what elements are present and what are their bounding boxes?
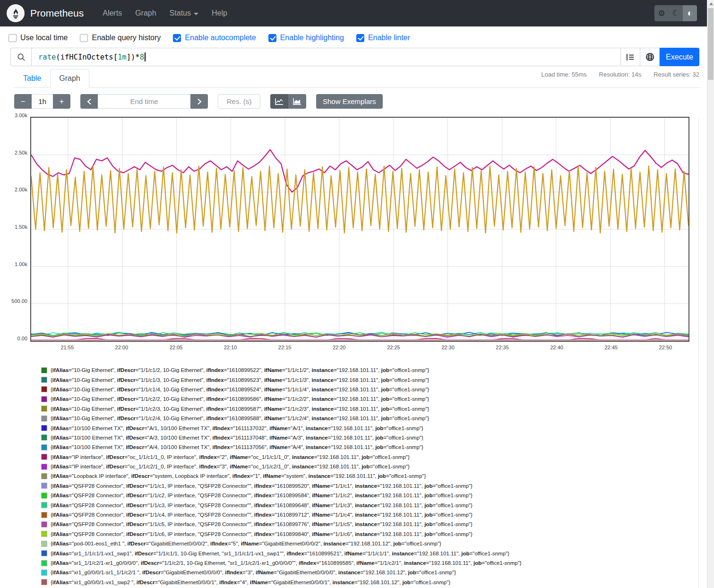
increase-range-button[interactable]: + — [53, 94, 70, 109]
series-color-swatch — [42, 445, 47, 450]
tab-table[interactable]: Table — [14, 69, 50, 88]
checkbox-use-local-time[interactable]: Use local time — [9, 34, 68, 42]
series-color-swatch — [42, 368, 47, 373]
graph-plot[interactable] — [30, 117, 689, 342]
scrollbar-up-arrow[interactable] — [709, 2, 713, 5]
contrast-icon[interactable]: ◐ — [683, 5, 697, 21]
checkbox-icon[interactable] — [268, 34, 276, 42]
nav-link-help[interactable]: Help — [206, 5, 233, 21]
range-input[interactable] — [32, 94, 53, 109]
legend-item[interactable]: {ifAlias="QSFP28 Connector", ifDescr="1/… — [42, 500, 714, 510]
series-labels-text: {ifAlias="10/100 Ethernet TX", ifDescr="… — [51, 435, 423, 441]
checkbox-enable-autocomplete[interactable]: Enable autocomplete — [173, 34, 256, 42]
text-cursor — [145, 52, 146, 61]
legend-item[interactable]: {ifAlias="xr1_g0/0/0/1-sr1_1/1/c2/1 ", i… — [42, 568, 714, 577]
duration-control: − + — [14, 94, 70, 109]
settings-gear-icon[interactable]: ⚙ — [654, 5, 669, 21]
checkbox-icon[interactable] — [173, 34, 181, 42]
legend-item[interactable]: {ifAlias="10-Gig Ethernet", ifDescr="1/1… — [42, 394, 714, 404]
legend-item[interactable]: {ifAlias="10-Gig Ethernet", ifDescr="1/1… — [42, 404, 714, 414]
legend-item[interactable]: {ifAlias="10/100 Ethernet TX", ifDescr="… — [42, 423, 714, 432]
legend-item[interactable]: {ifAlias="sr1_1/1/c1/1-vx1_swp1", ifDesc… — [42, 548, 714, 558]
nav-link-alerts[interactable]: Alerts — [97, 5, 128, 21]
series-labels-text: {ifAlias="10-Gig Ethernet", ifDescr="1/1… — [51, 367, 429, 373]
series-color-swatch — [42, 512, 47, 518]
forward-in-time-button[interactable] — [190, 94, 208, 109]
series-labels-text: {ifAlias="10-Gig Ethernet", ifDescr="1/1… — [51, 377, 429, 383]
series-color-swatch — [42, 464, 47, 469]
nav-link-status-dropdown[interactable]: Status — [164, 5, 204, 21]
dark-mode-moon-icon[interactable]: ☾ — [669, 5, 683, 21]
series-labels-text: {ifAlias="IP interface", ifDescr="oc_1/1… — [51, 454, 410, 460]
back-in-time-button[interactable] — [80, 94, 98, 109]
series-labels-text: {ifAlias="10-Gig Ethernet", ifDescr="1/1… — [51, 387, 429, 392]
series-color-swatch — [42, 397, 47, 402]
checkbox-enable-query-history[interactable]: Enable query history — [80, 34, 161, 42]
query-expression-input[interactable]: rate(ifHCInOctets[1m])*8 — [31, 48, 621, 66]
tab-graph[interactable]: Graph — [50, 69, 89, 88]
legend-item[interactable]: {ifAlias="10-Gig Ethernet", ifDescr="1/1… — [42, 375, 714, 384]
brand-link[interactable]: Prometheus — [7, 4, 84, 22]
legend-item[interactable]: {ifAlias="QSFP28 Connector", ifDescr="1/… — [42, 491, 714, 500]
x-tick-label: 22:45 — [605, 345, 618, 350]
legend-item[interactable]: {ifAlias="10-Gig Ethernet", ifDescr="1/1… — [42, 365, 714, 375]
checkbox-icon[interactable] — [9, 34, 17, 42]
series-color-swatch — [42, 502, 47, 508]
checkbox-enable-linter[interactable]: Enable linter — [356, 34, 410, 42]
legend-item[interactable]: {ifAlias="IP interface", ifDescr="oc_1/1… — [42, 462, 714, 471]
legend-item[interactable]: {ifAlias="xr1_g0/0/0/1-vx1_swp2 ", ifDes… — [42, 578, 714, 587]
metrics-explorer-button[interactable] — [621, 48, 640, 66]
legend-item[interactable]: {ifAlias="10-Gig Ethernet", ifDescr="1/1… — [42, 414, 714, 423]
legend-item[interactable]: {ifAlias="10/100 Ethernet TX", ifDescr="… — [42, 442, 714, 452]
nav-link-graph[interactable]: Graph — [129, 5, 162, 21]
globe-icon-button[interactable] — [640, 48, 660, 66]
y-tick-label: 3.00k — [15, 112, 27, 118]
y-tick-label: 500.00 — [11, 298, 27, 304]
legend-item[interactable]: {ifAlias="Loopback IP interface", ifDesc… — [42, 471, 714, 481]
resolution-input[interactable] — [218, 94, 260, 109]
graph-canvas — [31, 118, 688, 341]
x-tick-label: 22:50 — [659, 345, 672, 350]
x-tick-label: 22:25 — [387, 345, 400, 350]
panel-border — [698, 118, 699, 588]
series-labels-text: {ifAlias="10-Gig Ethernet", ifDescr="1/1… — [51, 406, 429, 412]
legend-item[interactable]: {ifAlias="QSFP28 Connector", ifDescr="1/… — [42, 481, 714, 491]
series-labels-text: {ifAlias="10-Gig Ethernet", ifDescr="1/1… — [51, 415, 429, 421]
checkbox-enable-highlighting[interactable]: Enable highlighting — [268, 34, 344, 42]
end-time-input[interactable] — [98, 94, 190, 109]
series-labels-text: {ifAlias="QSFP28 Connector", ifDescr="1/… — [51, 521, 473, 527]
show-exemplars-button[interactable]: Show Exemplars — [316, 94, 383, 109]
legend-item[interactable]: {ifAlias="10/100 Ethernet TX", ifDescr="… — [42, 433, 714, 442]
legend-item[interactable]: {ifAlias="pod-001-eos1_eth1 ", ifDescr="… — [42, 539, 714, 548]
y-tick-label: 2.00k — [15, 187, 27, 192]
y-tick-label: 1.50k — [15, 224, 27, 230]
vertical-scrollbar[interactable] — [707, 0, 714, 588]
series-color-swatch — [42, 579, 47, 585]
checkbox-icon[interactable] — [80, 34, 88, 42]
x-tick-label: 22:40 — [550, 345, 563, 350]
series-labels-text: {ifAlias="sr1_1/1/c1/1-vx1_swp1", ifDesc… — [51, 551, 509, 556]
legend-item[interactable]: {ifAlias="10-Gig Ethernet", ifDescr="1/1… — [42, 385, 714, 394]
series-labels-text: {ifAlias="sr1_1/1/c2/1-xr1_g0/0/0/0", if… — [51, 560, 522, 566]
legend-item[interactable]: {ifAlias="QSFP28 Connector", ifDescr="1/… — [42, 529, 714, 539]
legend-item[interactable]: {ifAlias="QSFP28 Connector", ifDescr="1/… — [42, 519, 714, 529]
series-color-swatch — [42, 493, 47, 498]
chevron-down-icon — [194, 13, 198, 15]
query-expression-text: rate(ifHCInOctets[1m])*8 — [38, 53, 144, 61]
series-legend: {ifAlias="10-Gig Ethernet", ifDescr="1/1… — [42, 365, 714, 587]
navbar: Prometheus Alerts Graph Status Help ⚙ ☾ … — [0, 0, 714, 26]
decrease-range-button[interactable]: − — [14, 94, 32, 109]
series-color-swatch — [42, 406, 47, 411]
scrollbar-thumb[interactable] — [708, 8, 714, 80]
execute-button[interactable]: Execute — [660, 48, 699, 66]
series-labels-text: {ifAlias="10/100 Ethernet TX", ifDescr="… — [51, 425, 423, 431]
resolution: Resolution: 14s — [599, 71, 642, 78]
x-tick-label: 22:20 — [333, 345, 346, 350]
legend-item[interactable]: {ifAlias="sr1_1/1/c2/1-xr1_g0/0/0/0", if… — [42, 558, 714, 568]
line-chart-icon-button[interactable] — [270, 94, 288, 109]
legend-item[interactable]: {ifAlias="IP interface", ifDescr="oc_1/1… — [42, 452, 714, 462]
legend-item[interactable]: {ifAlias="QSFP28 Connector", ifDescr="1/… — [42, 510, 714, 519]
series-color-swatch — [42, 416, 47, 421]
stacked-chart-icon-button[interactable] — [288, 94, 306, 109]
checkbox-icon[interactable] — [356, 34, 364, 42]
